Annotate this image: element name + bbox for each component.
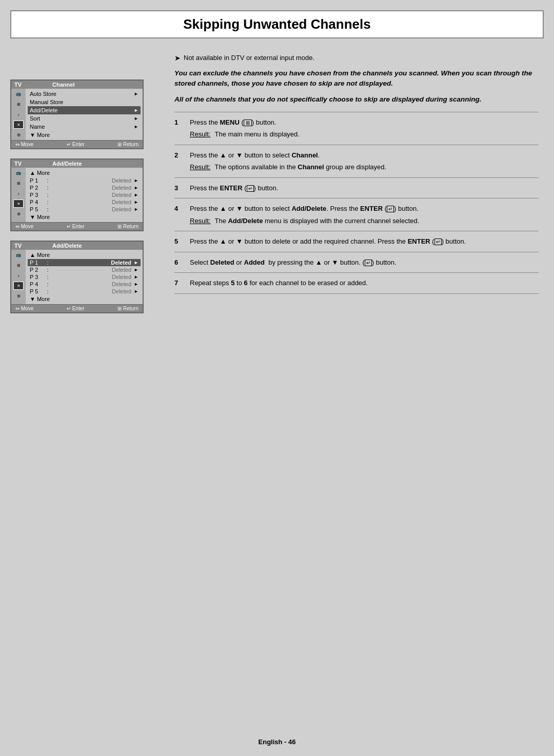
menu2-p3-label: P 3 bbox=[30, 192, 45, 198]
step-1-text: Press the MENU (⊞) button. bbox=[190, 117, 539, 128]
icon3-grid: ⊞ bbox=[13, 261, 24, 269]
tv-menu-channel: TV Channel 📺 ⊞ ♪ ✕ ⚙ Auto Store ► bbox=[10, 79, 144, 149]
intro-text: You can exclude the channels you have ch… bbox=[174, 68, 539, 105]
left-sidebar: TV Channel 📺 ⊞ ♪ ✕ ⚙ Auto Store ► bbox=[10, 49, 159, 718]
menu3-p5-status: Deleted bbox=[50, 288, 131, 294]
step-7-5-bold: 5 bbox=[231, 279, 234, 287]
tv-menu-1-items: Auto Store ► Manual Store Add/Delete ► S… bbox=[26, 89, 143, 140]
tv-menu-2-items: ▲ More P 1 : Deleted ► P 2 : Deleted bbox=[26, 168, 143, 222]
menu2-p5-sep: : bbox=[45, 206, 50, 212]
step-3-text: Press the ENTER (↵) button. bbox=[190, 183, 539, 193]
menu3-p5-arrow: ► bbox=[131, 289, 138, 294]
icon2-speaker: ♪ bbox=[13, 189, 24, 197]
step-4-num: 4 bbox=[174, 204, 190, 214]
steps-section: 1 Press the MENU (⊞) button. Result: The… bbox=[174, 112, 539, 294]
step-7-content: Repeat steps 5 to 6 for each channel to … bbox=[190, 278, 539, 288]
menu2-row-p4: P 4 : Deleted ► bbox=[28, 198, 141, 206]
footer-move-2: ⇔ Move bbox=[15, 224, 33, 229]
tv-menu-1-tv-label: TV bbox=[14, 82, 22, 88]
menu3-p4-sep: : bbox=[45, 281, 50, 287]
footer-return-3: ⊞ Return bbox=[117, 306, 138, 311]
step-5: 5 Press the ▲ or ▼ button to delete or a… bbox=[174, 231, 539, 252]
content-area: TV Channel 📺 ⊞ ♪ ✕ ⚙ Auto Store ► bbox=[0, 38, 554, 728]
step-1: 1 Press the MENU (⊞) button. Result: The… bbox=[174, 112, 539, 145]
tv-menu-1-title: Channel bbox=[52, 82, 74, 88]
tv-menu-3-body: 📺 ⊞ ♪ ✕ ⚙ ▲ More P 1 : Deleted bbox=[11, 250, 143, 304]
tv-menu-3-title: Add/Delete bbox=[52, 243, 82, 249]
intro-para-1: You can exclude the channels you have ch… bbox=[174, 68, 539, 89]
menu2-more-bottom: ▼ More bbox=[28, 213, 141, 221]
icon2-settings: ⚙ bbox=[13, 210, 24, 218]
step-3-content: Press the ENTER (↵) button. bbox=[190, 183, 539, 193]
footer-enter-3: ↵ Enter bbox=[67, 306, 85, 311]
menu2-p1-sep: : bbox=[45, 177, 50, 184]
menu3-row-p2: P 2 : Deleted ► bbox=[28, 266, 141, 273]
step-2-result-label: Result: bbox=[190, 162, 210, 172]
tv-menu-1-header: TV Channel bbox=[11, 81, 143, 89]
right-content: ➤ Not available in DTV or external input… bbox=[159, 49, 539, 718]
menu3-p3-status: Deleted bbox=[50, 274, 131, 280]
step-6-text: Select Deleted or Added by pressing the … bbox=[190, 257, 539, 268]
step-6-content: Select Deleted or Added by pressing the … bbox=[190, 257, 539, 268]
menu3-p2-sep: : bbox=[45, 267, 50, 273]
tv-menu-2-footer: ⇔ Move ↵ Enter ⊞ Return bbox=[11, 222, 143, 230]
step-4-enter-icon: ↵ bbox=[387, 206, 394, 212]
page: Skipping Unwanted Channels TV Channel 📺 … bbox=[0, 0, 554, 756]
menu-item-add-delete: Add/Delete ► bbox=[28, 106, 141, 114]
icon2-grid: ⊞ bbox=[13, 179, 24, 187]
step-2-result-text: The options available in the Channel gro… bbox=[214, 162, 386, 172]
menu3-p4-arrow: ► bbox=[131, 282, 138, 287]
menu3-p2-arrow: ► bbox=[131, 267, 138, 272]
step-1-menu-bold: MENU bbox=[220, 118, 240, 126]
menu3-row-p4: P 4 : Deleted ► bbox=[28, 281, 141, 288]
menu-item-auto-store: Auto Store ► bbox=[28, 90, 141, 98]
step-7-6-bold: 6 bbox=[244, 279, 248, 287]
menu3-p3-sep: : bbox=[45, 274, 50, 280]
menu2-p3-status: Deleted bbox=[50, 192, 131, 198]
step-3-enter-bold: ENTER bbox=[220, 184, 243, 192]
step-7: 7 Repeat steps 5 to 6 for each channel t… bbox=[174, 273, 539, 294]
menu3-more-top-label: ▲ More bbox=[30, 252, 50, 258]
menu3-p5-label: P 5 bbox=[30, 288, 45, 294]
menu2-p3-sep: : bbox=[45, 192, 50, 198]
menu3-p4-label: P 4 bbox=[30, 281, 45, 287]
step-2-channel-bold: Channel bbox=[291, 151, 318, 159]
step-7-text: Repeat steps 5 to 6 for each channel to … bbox=[190, 278, 539, 288]
menu2-p2-arrow: ► bbox=[131, 185, 138, 190]
menu2-p5-status: Deleted bbox=[50, 206, 131, 212]
menu-item-auto-store-label: Auto Store bbox=[30, 91, 56, 97]
menu-item-name-arrow: ► bbox=[134, 124, 138, 129]
tv-menu-3-header: TV Add/Delete bbox=[11, 242, 143, 250]
title-bar: Skipping Unwanted Channels bbox=[10, 10, 544, 38]
tv-menu-1-icons: 📺 ⊞ ♪ ✕ ⚙ bbox=[11, 89, 26, 140]
tv-menu-3-icons: 📺 ⊞ ♪ ✕ ⚙ bbox=[11, 250, 26, 304]
step-5-content: Press the ▲ or ▼ button to delete or add… bbox=[190, 236, 539, 247]
step-2: 2 Press the ▲ or ▼ button to select Chan… bbox=[174, 145, 539, 178]
menu2-p1-status: Deleted bbox=[50, 177, 131, 184]
tv-menu-2-body: 📺 ⊞ ♪ ✕ ⚙ ▲ More P 1 : Deleted bbox=[11, 168, 143, 222]
step-1-result-label: Result: bbox=[190, 129, 210, 140]
menu2-p1-label: P 1 bbox=[30, 177, 45, 184]
footer: English - 46 bbox=[0, 728, 554, 756]
step-5-enter-icon: ↵ bbox=[434, 238, 442, 245]
menu-item-manual-store: Manual Store bbox=[28, 98, 141, 106]
step-7-num: 7 bbox=[174, 278, 190, 288]
step-3-num: 3 bbox=[174, 183, 190, 193]
tv-menu-3-tv-label: TV bbox=[14, 243, 22, 249]
menu2-p2-label: P 2 bbox=[30, 185, 45, 191]
menu-item-sort-label: Sort bbox=[30, 115, 40, 122]
step-4-result-text: The Add/Delete menu is displayed with th… bbox=[214, 216, 419, 226]
note-text: Not available in DTV or external input m… bbox=[184, 54, 314, 62]
menu3-row-p5: P 5 : Deleted ► bbox=[28, 288, 141, 295]
icon-x-selected: ✕ bbox=[13, 121, 24, 129]
menu3-p5-sep: : bbox=[45, 288, 50, 294]
note-line: ➤ Not available in DTV or external input… bbox=[174, 54, 539, 62]
menu3-p2-label: P 2 bbox=[30, 267, 45, 273]
icon2-x-selected: ✕ bbox=[13, 200, 24, 208]
step-5-num: 5 bbox=[174, 236, 190, 247]
menu2-p4-status: Deleted bbox=[50, 199, 131, 205]
menu-item-name-label: Name bbox=[30, 124, 45, 130]
menu3-p1-arrow: ► bbox=[131, 260, 138, 265]
tv-menu-2-tv-label: TV bbox=[14, 161, 22, 167]
menu3-p2-status: Deleted bbox=[50, 267, 131, 273]
